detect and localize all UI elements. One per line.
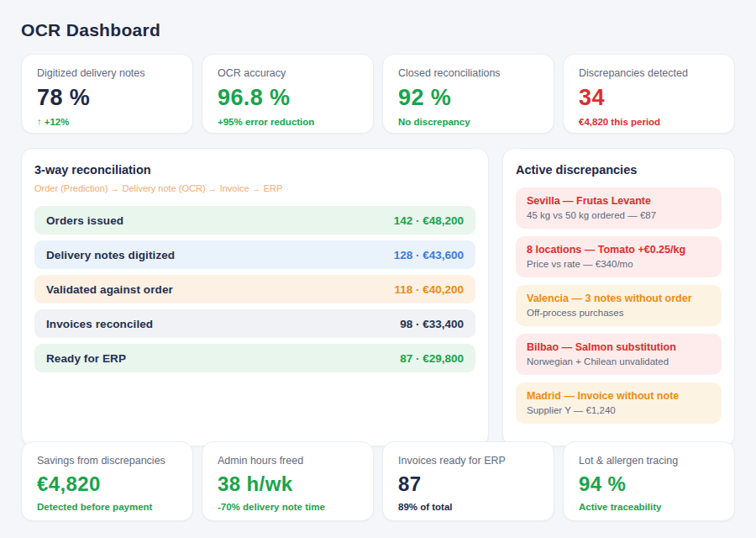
discrepancy-title: Madrid — Invoice without note (527, 390, 711, 402)
recon-row-label: Validated against order (46, 283, 173, 296)
kpi-sub: Active traceability (579, 502, 719, 512)
discrepancy-detail: Supplier Y — €1,240 (527, 405, 711, 415)
kpi-sub: Detected before payment (37, 502, 177, 512)
kpi-sub: +95% error reduction (218, 117, 358, 127)
kpi-value: 94 % (579, 472, 719, 496)
kpi-label: Discrepancies detected (579, 67, 719, 79)
recon-row-value: 128 · €43,600 (394, 249, 464, 261)
recon-row-value: 142 · €48,200 (394, 214, 464, 227)
reconciliation-panel: 3-way reconciliation Order (Prediction) … (21, 148, 489, 446)
kpi-label: Digitized delivery notes (37, 67, 177, 79)
recon-row-value: 87 · €29,800 (400, 352, 464, 365)
kpi-label: Lot & allergen tracing (579, 455, 719, 467)
discrepancy-title: Sevilla — Frutas Levante (527, 195, 711, 207)
kpi-card-ocr-accuracy: OCR accuracy 96.8 % +95% error reduction (202, 54, 374, 134)
recon-row-invoices-reconciled: Invoices reconciled 98 · €33,400 (34, 309, 475, 338)
discrepancy-title: Bilbao — Salmon substitution (527, 341, 711, 353)
discrepancy-title: 8 locations — Tomato +€0.25/kg (527, 244, 711, 256)
discrepancy-item-valencia[interactable]: Valencia — 3 notes without order Off-pro… (516, 285, 722, 326)
discrepancy-detail: Off-process purchases (527, 308, 711, 318)
discrepancy-item-sevilla[interactable]: Sevilla — Frutas Levante 45 kg vs 50 kg … (516, 187, 722, 229)
recon-row-value: 98 · €33,400 (400, 318, 464, 330)
kpi-label: Admin hours freed (218, 455, 358, 467)
kpi-card-digitized-notes: Digitized delivery notes 78 % ↑+12% (21, 54, 193, 134)
kpi-label: OCR accuracy (218, 67, 358, 79)
discrepancy-title: Valencia — 3 notes without order (527, 293, 711, 304)
kpi-label: Closed reconciliations (398, 67, 538, 79)
discrepancy-item-tomato-price[interactable]: 8 locations — Tomato +€0.25/kg Price vs … (516, 236, 722, 277)
kpi-value: 92 % (398, 85, 538, 111)
page-title: OCR Dashboard (21, 20, 735, 40)
recon-row-ready-for-erp: Ready for ERP 87 · €29,800 (34, 344, 475, 372)
kpi-value: 96.8 % (218, 85, 358, 111)
bottom-kpi-row: Savings from discrepancies €4,820 Detect… (21, 441, 735, 521)
recon-row-orders-issued: Orders issued 142 · €48,200 (34, 206, 475, 235)
recon-row-label: Delivery notes digitized (46, 249, 175, 261)
active-discrepancies-panel: Active discrepancies Sevilla — Frutas Le… (502, 148, 735, 446)
recon-row-label: Ready for ERP (46, 352, 126, 365)
kpi-sub: 89% of total (398, 502, 538, 512)
kpi-sub: €4,820 this period (579, 117, 719, 127)
kpi-sub: ↑+12% (37, 117, 177, 127)
reconciliation-flow-subtitle: Order (Prediction) → Delivery note (OCR)… (34, 183, 475, 193)
kpi-value: 78 % (37, 85, 177, 111)
discrepancy-detail: Norwegian + Chilean unvalidated (527, 356, 711, 367)
kpi-card-savings: Savings from discrepancies €4,820 Detect… (21, 441, 193, 521)
kpi-value: 87 (398, 472, 538, 496)
kpi-label: Invoices ready for ERP (398, 455, 538, 467)
kpi-value: €4,820 (37, 472, 177, 496)
active-discrepancies-title: Active discrepancies (516, 163, 722, 177)
main-panels-row: 3-way reconciliation Order (Prediction) … (21, 148, 735, 428)
kpi-card-invoices-ready: Invoices ready for ERP 87 89% of total (382, 441, 554, 521)
kpi-sub-text: +12% (45, 117, 70, 127)
discrepancy-item-bilbao[interactable]: Bilbao — Salmon substitution Norwegian +… (516, 334, 722, 375)
top-kpi-row: Digitized delivery notes 78 % ↑+12% OCR … (21, 54, 735, 134)
discrepancy-detail: 45 kg vs 50 kg ordered — €87 (527, 210, 711, 220)
kpi-value: 34 (579, 85, 719, 111)
kpi-value: 38 h/wk (218, 472, 358, 496)
recon-row-label: Orders issued (46, 214, 123, 227)
kpi-card-lot-allergen-tracing: Lot & allergen tracing 94 % Active trace… (563, 441, 735, 521)
recon-row-label: Invoices reconciled (46, 318, 153, 330)
kpi-sub: No discrepancy (398, 117, 538, 127)
dashboard-page: OCR Dashboard Digitized delivery notes 7… (0, 0, 756, 521)
recon-row-delivery-notes-digitized: Delivery notes digitized 128 · €43,600 (34, 240, 475, 269)
reconciliation-title: 3-way reconciliation (34, 163, 475, 177)
recon-row-validated-against-order: Validated against order 118 · €40,200 (34, 275, 475, 303)
trend-up-icon: ↑ (37, 117, 42, 127)
kpi-label: Savings from discrepancies (37, 455, 177, 467)
kpi-card-closed-reconciliations: Closed reconciliations 92 % No discrepan… (382, 54, 554, 134)
recon-row-value: 118 · €40,200 (394, 283, 464, 296)
discrepancy-detail: Price vs rate — €340/mo (527, 259, 711, 269)
kpi-card-discrepancies-detected: Discrepancies detected 34 €4,820 this pe… (563, 54, 735, 134)
kpi-sub: -70% delivery note time (218, 502, 358, 512)
kpi-card-admin-hours: Admin hours freed 38 h/wk -70% delivery … (202, 441, 374, 521)
discrepancy-item-madrid[interactable]: Madrid — Invoice without note Supplier Y… (516, 382, 722, 424)
